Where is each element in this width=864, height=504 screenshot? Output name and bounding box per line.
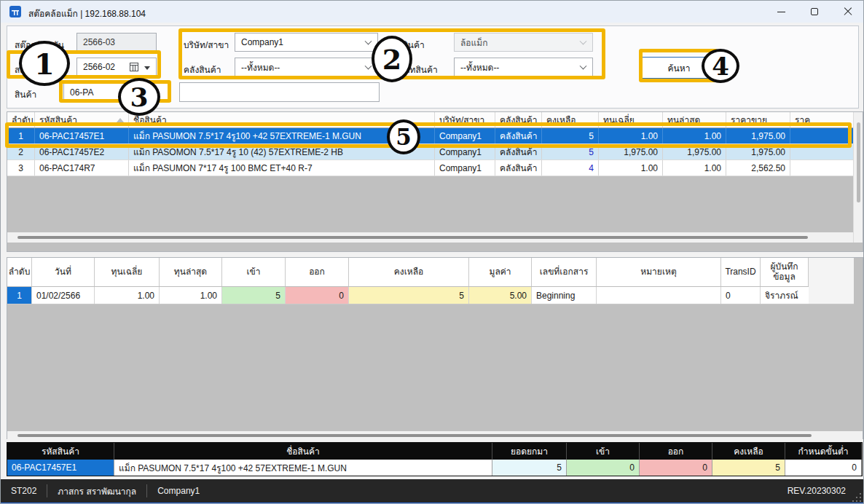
col-header[interactable]: คลังสินค้า [495, 112, 542, 127]
chevron-down-icon [365, 63, 372, 70]
vertical-scrollbar[interactable] [853, 112, 863, 243]
col-header[interactable]: คงเหลือ [542, 112, 599, 127]
summary-table-header: รหัสสินค้า ชื่อสินค้า ยอดยกมา เข้า ออก ค… [7, 443, 862, 460]
cell: 5 [349, 287, 469, 304]
status-screen-code: ST202 [1, 486, 47, 496]
horizontal-scrollbar[interactable] [7, 431, 863, 440]
company-dropdown[interactable]: Company1 [235, 33, 378, 52]
minimize-button[interactable] [764, 1, 798, 23]
col-header: รหัสสินค้า [7, 443, 114, 460]
summary-table: รหัสสินค้า ชื่อสินค้า ยอดยกมา เข้า ออก ค… [7, 442, 863, 476]
col-header[interactable]: ทุนเฉลี่ย [599, 112, 663, 127]
cell: 1 [7, 287, 32, 304]
cell: 0 [785, 460, 862, 476]
col-header: เลขที่เอกสาร [532, 258, 597, 286]
cell: 5.00 [469, 287, 532, 304]
type-dropdown[interactable]: --ทั้งหมด-- [454, 58, 593, 76]
col-header: ลำดับ [7, 258, 32, 286]
cell [790, 128, 854, 143]
cell: 5 [542, 144, 599, 160]
col-header[interactable]: ลำดับ [7, 112, 35, 127]
scrollbar-thumb[interactable] [857, 122, 860, 202]
close-button[interactable] [831, 1, 864, 23]
col-header: ออก [640, 443, 712, 460]
group-dropdown: ล้อแม็ก [454, 33, 593, 52]
cell: แม็ก PASUMON 7*17 4รู 100 BMC ET+40 R-7 [129, 160, 435, 176]
status-company: Company1 [147, 486, 210, 496]
cell: 1.00 [95, 287, 160, 304]
maximize-icon [811, 8, 818, 15]
cell: Company1 [435, 128, 495, 143]
cell [597, 287, 721, 304]
table-row-selected[interactable]: 1 01/02/2566 1.00 1.00 5 0 5 5.00 Beginn… [7, 287, 809, 304]
product-table: ลำดับ รหัสสินค้า ชื่อสินค้า บริษัท/สาขา … [7, 111, 863, 252]
title-bar: สต๊อคล้อแม็ก | 192.168.88.104 [1, 1, 864, 23]
minimize-icon [777, 12, 785, 12]
dropdown-arrow-icon[interactable] [144, 66, 150, 70]
type-label: ประเภทสินค้า [386, 63, 438, 76]
resize-grip[interactable] [852, 493, 861, 502]
chevron-down-icon [365, 38, 372, 45]
table-row-selected[interactable]: 1 06-PAC17457E1 แม็ก PASUMON 7.5*17 4รู1… [7, 128, 854, 144]
cell: Beginning [532, 287, 597, 304]
warehouse-dropdown[interactable]: --ทั้งหมด-- [235, 58, 378, 76]
product-name-input[interactable] [179, 82, 380, 102]
stock-period-picker[interactable]: 2566-02 [76, 58, 157, 76]
scrollbar-thumb[interactable] [17, 434, 812, 437]
cell: คลังสินค้า [495, 160, 542, 176]
col-header: เข้า [567, 443, 640, 460]
cell: คลังสินค้า [495, 144, 542, 160]
cell: 2 [7, 144, 35, 160]
calendar-grid-icon [130, 63, 138, 71]
cell: คลังสินค้า [495, 128, 542, 143]
col-header: ทุนเฉลี่ย [95, 258, 160, 286]
col-header: กำหนดขั้นต่ำ [785, 443, 862, 460]
cell: 01/02/2566 [32, 287, 95, 304]
cell: 1,975.00 [726, 144, 790, 160]
cell [790, 160, 854, 176]
current-stock-field: 2566-03 [76, 33, 157, 52]
search-button[interactable]: ค้นหา [641, 57, 717, 79]
table-row[interactable]: 3 06-PAC174R7 แม็ก PASUMON 7*17 4รู 100 … [7, 160, 854, 176]
chevron-down-icon [580, 63, 587, 70]
col-header[interactable]: ชื่อสินค้า [129, 112, 435, 127]
col-header: ออก [286, 258, 349, 286]
warehouse-label: คลังสินค้า [184, 63, 221, 76]
cell: แม็ก PASUMON 7.5*17 4รู100 +42 57EXTREME… [114, 460, 492, 476]
cell: Company1 [435, 144, 495, 160]
col-header[interactable]: ราค [790, 112, 854, 127]
warehouse-value: --ทั้งหมด-- [241, 60, 280, 74]
col-header-sorted[interactable]: รหัสสินค้า [35, 112, 129, 127]
col-header: ยอดยกมา [492, 443, 567, 460]
table-filler [809, 258, 854, 304]
cell: แม็ก PASUMON 7.5*17 4รู100 +42 57EXTREME… [129, 128, 435, 143]
sort-asc-icon [117, 118, 124, 122]
type-value: --ทั้งหมด-- [460, 60, 499, 74]
status-user-name: ภาสกร สราพัฒนากุล [47, 484, 146, 498]
cell: 0 [640, 460, 712, 476]
col-header[interactable]: ราคาขาย [726, 112, 790, 127]
cell: 1,975.00 [599, 144, 663, 160]
product-code-input[interactable]: 06-PA [63, 82, 171, 102]
maximize-button[interactable] [798, 1, 831, 23]
cell: 4 [542, 160, 599, 176]
cell: 5 [222, 287, 286, 304]
col-header: ชื่อสินค้า [114, 443, 492, 460]
chevron-down-icon [580, 38, 587, 45]
scrollbar-thumb[interactable] [17, 236, 808, 239]
col-header: ทุนล่าสุด [160, 258, 222, 286]
cell: 5 [542, 128, 599, 143]
col-header[interactable]: ทุนล่าสุด [663, 112, 726, 127]
movement-table: ลำดับ วันที่ ทุนเฉลี่ย ทุนล่าสุด เข้า ออ… [7, 257, 863, 439]
table-row[interactable]: 2 06-PAC17457E2 แม็ก PASOMON 7.5*17 4รู … [7, 144, 854, 160]
app-icon [9, 6, 21, 17]
cell: 06-PAC17457E1 [7, 460, 114, 476]
cell [790, 144, 854, 160]
window-title: สต๊อคล้อแม็ก | 192.168.88.104 [28, 7, 146, 20]
summary-row[interactable]: 06-PAC17457E1 แม็ก PASUMON 7.5*17 4รู100… [7, 460, 862, 476]
horizontal-scrollbar[interactable] [7, 232, 863, 243]
cell: จิราภรณ์ [761, 287, 809, 304]
col-header[interactable]: บริษัท/สาขา [435, 112, 495, 127]
cell: 0 [721, 287, 761, 304]
cell: 1.00 [663, 128, 726, 143]
